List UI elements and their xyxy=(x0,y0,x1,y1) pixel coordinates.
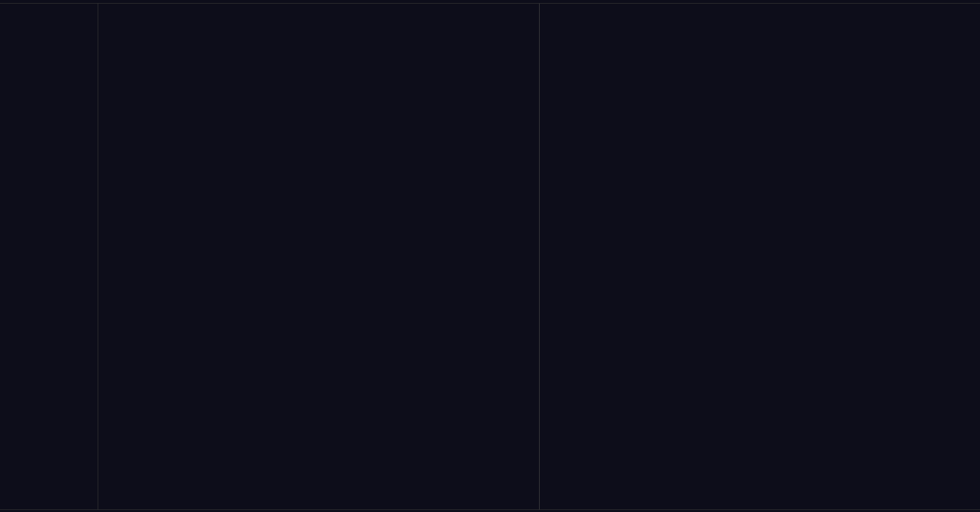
sidebar[interactable] xyxy=(0,4,98,509)
right-code-lines[interactable] xyxy=(560,4,981,509)
top-bar xyxy=(0,0,980,4)
left-code-container xyxy=(98,4,539,509)
main-area xyxy=(0,4,980,509)
right-panel xyxy=(540,4,981,509)
left-line-numbers xyxy=(98,4,119,509)
right-line-numbers xyxy=(540,4,560,509)
statusbar xyxy=(0,509,980,512)
content-area xyxy=(98,4,980,509)
left-code-lines[interactable] xyxy=(119,4,539,509)
right-code-container xyxy=(540,4,981,509)
left-panel xyxy=(98,4,540,509)
